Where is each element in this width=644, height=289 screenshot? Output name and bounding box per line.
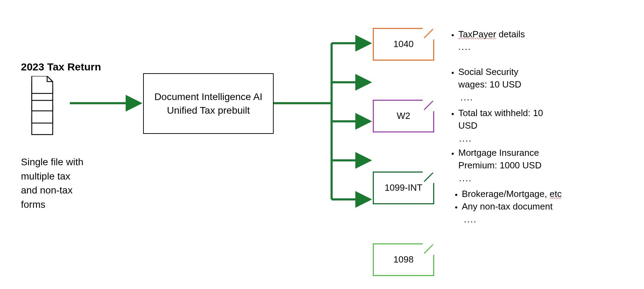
input-title: 2023 Tax Return bbox=[21, 61, 101, 73]
detail-text: details bbox=[496, 29, 525, 39]
output-box-w2: W2 bbox=[373, 100, 434, 132]
details-1040: TaxPayer details .... bbox=[449, 28, 630, 53]
detail-ellipsis: .... bbox=[449, 40, 630, 53]
output-box-1040: 1040 bbox=[373, 28, 434, 61]
detail-item: Brokerage/Mortgage, etc bbox=[462, 188, 641, 200]
input-caption: Single file with multiple tax and non-ta… bbox=[21, 155, 83, 212]
detail-text: Premium: 1000 USD bbox=[458, 160, 541, 170]
detail-text: Total tax withheld: 10 bbox=[458, 108, 543, 118]
input-caption-line: forms bbox=[21, 198, 83, 212]
processor-line: Document Intelligence AI bbox=[154, 90, 262, 104]
detail-item: Any non-tax document bbox=[462, 200, 641, 213]
detail-item: Social Security wages: 10 USD bbox=[458, 66, 630, 91]
output-box-1099-int: 1099-INT bbox=[373, 172, 434, 204]
output-label: 1040 bbox=[393, 39, 414, 50]
details-other: Brokerage/Mortgage, etc Any non-tax docu… bbox=[452, 188, 641, 226]
details-1098: Mortgage Insurance Premium: 1000 USD ...… bbox=[449, 146, 630, 184]
detail-item: Mortgage Insurance Premium: 1000 USD bbox=[458, 146, 630, 172]
detail-underlined: TaxPayer bbox=[458, 29, 496, 39]
input-caption-line: multiple tax bbox=[21, 169, 83, 184]
detail-text: Social Security bbox=[458, 67, 518, 77]
detail-underlined: etc bbox=[549, 189, 562, 199]
detail-item: TaxPayer details bbox=[458, 28, 630, 40]
processor-box: Document Intelligence AI Unified Tax pre… bbox=[143, 73, 274, 134]
diagram-canvas: 2023 Tax Return Single file with m bbox=[0, 0, 644, 289]
svg-line-2 bbox=[424, 29, 433, 38]
output-label: W2 bbox=[397, 111, 410, 121]
svg-line-4 bbox=[424, 173, 433, 182]
detail-ellipsis: .... bbox=[449, 132, 630, 145]
details-w2: Social Security wages: 10 USD .... bbox=[449, 66, 630, 104]
detail-item: Total tax withheld: 10 USD bbox=[458, 107, 630, 132]
svg-line-3 bbox=[424, 101, 433, 110]
svg-line-5 bbox=[424, 244, 433, 253]
details-1099-int: Total tax withheld: 10 USD .... bbox=[449, 107, 630, 145]
output-label: 1098 bbox=[393, 254, 414, 265]
detail-text: Brokerage/Mortgage, bbox=[462, 189, 549, 199]
input-caption-line: Single file with bbox=[21, 155, 83, 169]
output-box-1098: 1098 bbox=[373, 243, 434, 276]
input-caption-line: and non-tax bbox=[21, 183, 83, 198]
processor-line: Unified Tax prebuilt bbox=[154, 104, 262, 117]
detail-ellipsis: .... bbox=[449, 172, 630, 184]
detail-ellipsis: .... bbox=[452, 213, 641, 226]
detail-text: wages: 10 USD bbox=[458, 79, 521, 90]
detail-text: USD bbox=[458, 120, 478, 131]
detail-ellipsis: .... bbox=[449, 91, 630, 104]
detail-text: Mortgage Insurance bbox=[458, 147, 539, 158]
output-label: 1099-INT bbox=[385, 183, 422, 193]
stacked-documents-icon bbox=[30, 76, 63, 140]
